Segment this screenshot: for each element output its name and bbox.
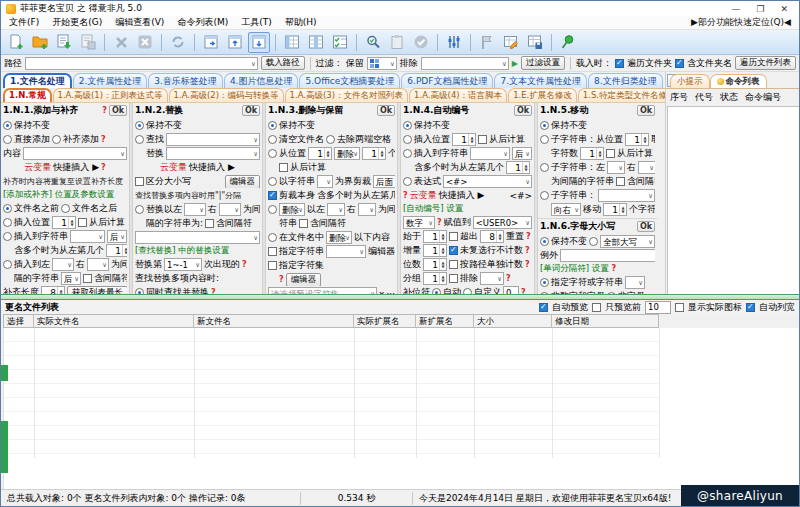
keep-radio[interactable] — [540, 237, 549, 246]
quick-insert-link[interactable]: 快捷插入 ▶ — [189, 161, 235, 174]
menu-help[interactable]: 帮助(H) — [285, 16, 317, 29]
substring-literal-radio[interactable] — [540, 191, 549, 200]
pad-add-radio[interactable] — [52, 135, 61, 144]
trim-radio[interactable] — [326, 135, 335, 144]
cloud-variable-link[interactable]: 云变量 — [410, 189, 437, 202]
direction-combobox[interactable]: 向右 — [551, 203, 581, 216]
direct-add-radio[interactable] — [3, 135, 12, 144]
by-string-radio[interactable] — [268, 177, 277, 186]
auto-preview-checkbox[interactable] — [539, 303, 548, 312]
cloud-variable-link[interactable]: 云变量 — [24, 161, 51, 174]
col-actual-filename[interactable]: 实际文件名 — [34, 315, 194, 327]
keep-radio[interactable] — [3, 121, 12, 130]
confirm-icon[interactable] — [410, 32, 432, 53]
traverse-folders-checkbox[interactable] — [615, 59, 624, 68]
delete-item-icon[interactable] — [110, 32, 132, 53]
help-icon[interactable] — [101, 163, 106, 172]
save-list-icon[interactable] — [77, 32, 99, 53]
menu-command-list[interactable]: 命令列表(M) — [177, 16, 228, 29]
move-count-stepper[interactable]: 1 — [603, 203, 627, 216]
ok-button[interactable]: Ok — [377, 105, 395, 116]
pad-length-stepper[interactable]: 8 — [41, 286, 65, 294]
keep-radio[interactable] — [268, 121, 277, 130]
start-stepper[interactable]: 1 — [423, 230, 447, 243]
insert-between-radio[interactable] — [3, 260, 12, 269]
insert-to-string-radio[interactable] — [403, 149, 412, 158]
subtab-encoding[interactable]: 1.A.高级(2)：编码与转换等 — [169, 88, 284, 102]
after-before-combobox[interactable]: 后 — [512, 147, 532, 160]
subtab-normal[interactable]: 1.N.常规 — [3, 88, 52, 102]
tab-music-tags[interactable]: 3.音乐标签处理 — [148, 73, 223, 88]
path-combobox[interactable] — [25, 57, 258, 70]
help-icon[interactable] — [102, 106, 107, 115]
from-end-checkbox[interactable] — [478, 135, 487, 144]
tab-file-classify[interactable]: 8.文件归类处理 — [588, 73, 663, 88]
pad-custom-input[interactable] — [503, 286, 519, 294]
tab-filename[interactable]: 1.文件名处理 — [3, 73, 72, 88]
occurrence-combobox[interactable]: 1~-1 — [164, 258, 202, 271]
in-name-radio[interactable] — [268, 233, 277, 242]
auto-column-width-checkbox[interactable] — [746, 303, 755, 312]
menu-start-rename[interactable]: 开始更名(G) — [52, 16, 102, 29]
spec-string-checkbox[interactable] — [268, 247, 277, 256]
increment-stepper[interactable]: 1 — [423, 244, 447, 257]
case-mode-combobox[interactable]: 全部大写 — [600, 235, 655, 248]
charset-editor-button[interactable]: 编辑器 — [286, 273, 322, 286]
menu-file[interactable]: 文件(F) — [9, 16, 39, 29]
case-sensitive-checkbox[interactable] — [135, 177, 144, 186]
add-folder-icon[interactable] — [29, 32, 51, 53]
right-delim-combobox[interactable] — [87, 258, 109, 271]
table-checks-icon[interactable] — [329, 32, 351, 53]
refresh-icon[interactable] — [167, 32, 189, 53]
editor-link[interactable]: 编辑器 — [368, 245, 395, 258]
help-icon[interactable] — [506, 274, 511, 283]
left-delim-combobox[interactable] — [607, 161, 625, 174]
skip-unchecked-checkbox[interactable] — [449, 246, 458, 255]
delimiter-combobox[interactable] — [625, 276, 645, 289]
col-actual-extension[interactable]: 实际扩展名 — [354, 315, 416, 327]
exclude-combobox[interactable] — [480, 272, 504, 285]
count-stepper[interactable]: 1 — [362, 147, 386, 160]
col-new-filename[interactable]: 新文件名 — [194, 315, 354, 327]
from-end-checkbox[interactable] — [279, 163, 288, 172]
delete-between-radio[interactable] — [268, 205, 277, 214]
include-sep-checkbox[interactable] — [83, 274, 92, 283]
col-new-extension[interactable]: 新扩展名 — [416, 315, 474, 327]
find-radio[interactable] — [135, 135, 144, 144]
replace-combobox[interactable] — [166, 147, 260, 160]
assign-to-combobox[interactable]: <USER0> — [473, 216, 532, 229]
tab-pdf-attributes[interactable]: 6.PDF文档属性处理 — [401, 73, 493, 88]
insert-pos-radio[interactable] — [3, 218, 12, 227]
cloud-variable-link[interactable]: 云变量 — [160, 161, 187, 174]
file-table-body[interactable] — [3, 328, 799, 491]
before-name-radio[interactable] — [3, 204, 12, 213]
panel-up-icon[interactable] — [224, 32, 246, 53]
from-end-checkbox[interactable] — [606, 149, 615, 158]
load-path-button[interactable]: 载入路径 — [261, 56, 305, 70]
substring-delim-radio[interactable] — [540, 163, 549, 172]
col-modified-date[interactable]: 修改日期 — [552, 315, 658, 327]
maximize-button[interactable]: ❐ — [756, 4, 764, 14]
table-save-icon[interactable] — [524, 32, 546, 53]
per-path-checkbox[interactable] — [449, 260, 458, 269]
pos-stepper[interactable]: 1 — [452, 133, 476, 146]
after-before-combobox[interactable]: 后 — [107, 230, 127, 243]
clipboard-icon[interactable] — [386, 32, 408, 53]
quick-insert-link[interactable]: 快捷插入 ▶ — [439, 189, 485, 202]
col-select[interactable]: 选择 — [4, 315, 34, 327]
pos-stepper[interactable]: 1 — [308, 147, 332, 160]
case-mode-radio[interactable] — [589, 237, 598, 246]
table-column-center-icon[interactable] — [305, 32, 327, 53]
left-delim-combobox[interactable] — [52, 258, 74, 271]
ok-button[interactable]: Ok — [242, 105, 260, 116]
help-icon[interactable] — [612, 264, 617, 273]
replace-between-radio[interactable] — [135, 205, 144, 214]
help-icon[interactable] — [525, 246, 530, 255]
tab-command-list[interactable]: 命令列表 — [710, 74, 767, 88]
ok-button[interactable]: Ok — [637, 221, 655, 232]
help-icon[interactable] — [403, 191, 408, 200]
subtab-script[interactable]: 1.A.高级(4)：语言脚本 — [409, 88, 507, 102]
tab-tips[interactable]: 小提示 — [670, 74, 710, 88]
nth-stepper[interactable]: 1 — [506, 161, 530, 174]
get-longest-button[interactable]: 获取列表最长 — [67, 286, 127, 294]
